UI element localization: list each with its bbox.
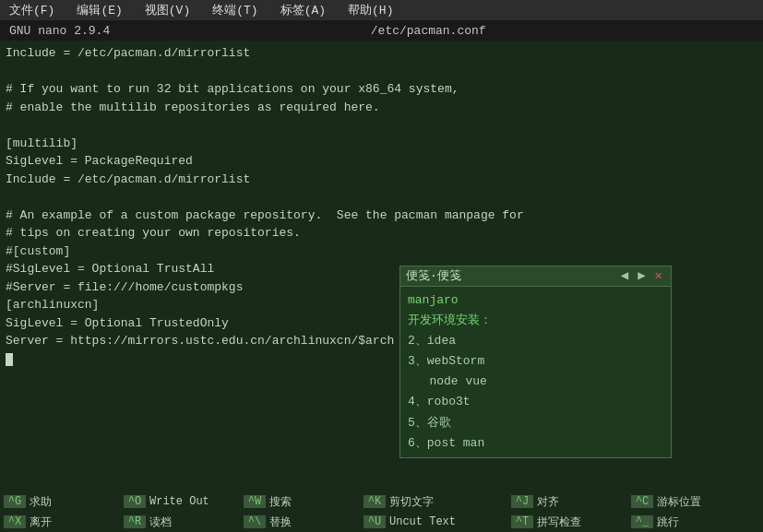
shortcut-help[interactable]: ^G 求助: [4, 494, 124, 510]
shortcut-key-underscore: ^_: [631, 515, 653, 528]
popup-title: 便笺·便笺: [406, 267, 461, 286]
popup-line-3: 2、idea: [408, 331, 663, 351]
menu-terminal[interactable]: 终端(T): [207, 0, 263, 20]
editor-line: # An example of a custom package reposit…: [6, 207, 757, 225]
editor-line: #[custom]: [6, 242, 757, 261]
shortcut-key-x: ^X: [4, 515, 26, 528]
file-path: /etc/pacman.conf: [371, 24, 486, 38]
shortcut-key-c: ^C: [631, 495, 653, 508]
popup-line-7: 5、谷歌: [408, 413, 663, 433]
shortcut-writeout[interactable]: ^O Write Out: [124, 495, 244, 508]
popup-line-2: 开发环境安装：: [408, 311, 663, 331]
popup-line-5: node vue: [408, 372, 663, 392]
shortcut-replace[interactable]: ^\ 替换: [244, 514, 364, 530]
popup-content: manjaro 开发环境安装： 2、idea 3、webStorm node v…: [400, 287, 671, 457]
shortcut-key-u: ^U: [364, 515, 386, 528]
shortcut-label-curpos: 游标位置: [657, 494, 701, 510]
editor-line: # tips on creating your own repositories…: [6, 224, 757, 242]
popup-close-btn[interactable]: ✕: [652, 266, 665, 286]
shortcut-justify[interactable]: ^J 对齐: [511, 494, 631, 510]
popup-line-8: 6、post man: [408, 433, 663, 454]
shortcut-row-2: ^X 离开 ^R 读档 ^\ 替换 ^U Uncut Text ^T 拼写检查 …: [0, 512, 763, 532]
shortcut-label-cut: 剪切文字: [389, 494, 434, 510]
shortcut-curpos[interactable]: ^C 游标位置: [631, 494, 751, 510]
titlebar-right: [746, 24, 754, 38]
shortcut-key-backslash: ^\: [244, 515, 266, 528]
titlebar: GNU nano 2.9.4 /etc/pacman.conf: [0, 20, 763, 41]
editor-line: [multilib]: [6, 135, 757, 153]
popup-panel: 便笺·便笺 ◀ ▶ ✕ manjaro 开发环境安装： 2、idea 3、web…: [399, 266, 672, 458]
shortcut-label-exit: 离开: [30, 514, 52, 530]
shortcut-row-1: ^G 求助 ^O Write Out ^W 搜索 ^K 剪切文字 ^J 对齐 ^…: [0, 491, 763, 512]
editor-line: Include = /etc/pacman.d/mirrorlist: [6, 171, 757, 189]
shortcut-read[interactable]: ^R 读档: [124, 514, 244, 530]
editor-line: [6, 116, 757, 135]
shortcut-key-r: ^R: [124, 515, 146, 528]
popup-nav: ◀ ▶ ✕: [618, 266, 665, 286]
shortcut-key-o: ^O: [124, 495, 146, 508]
editor-line: Include = /etc/pacman.d/mirrorlist: [6, 44, 757, 63]
shortcut-key-w: ^W: [244, 495, 266, 508]
menubar: 文件(F) 编辑(E) 视图(V) 终端(T) 标签(A) 帮助(H): [0, 0, 763, 20]
editor-line: SigLevel = PackageRequired: [6, 152, 757, 171]
popup-prev-btn[interactable]: ◀: [618, 266, 631, 286]
popup-line-4: 3、webStorm: [408, 351, 663, 372]
shortcut-label-search: 搜索: [269, 494, 292, 510]
shortcut-label-replace: 替换: [269, 514, 292, 530]
editor-line: # enable the multilib repositories as re…: [6, 99, 757, 117]
shortcut-uncut[interactable]: ^U Uncut Text: [364, 515, 511, 528]
shortcut-label-writeout: Write Out: [149, 495, 209, 508]
shortcut-label-read: 读档: [149, 514, 172, 530]
shortcut-label-justify: 对齐: [537, 494, 559, 510]
shortcut-key-k: ^K: [364, 495, 386, 508]
shortcut-gotoline[interactable]: ^_ 跳行: [631, 514, 751, 530]
editor[interactable]: Include = /etc/pacman.d/mirrorlist # If …: [0, 41, 763, 491]
shortcut-label-gotoline: 跳行: [657, 514, 679, 530]
shortcut-label-help: 求助: [30, 494, 52, 510]
popup-line-1: manjaro: [408, 290, 663, 311]
popup-line-6: 4、robo3t: [408, 392, 663, 412]
shortcut-search[interactable]: ^W 搜索: [244, 494, 364, 510]
menu-view[interactable]: 视图(V): [139, 0, 196, 20]
editor-line: [6, 188, 757, 207]
menu-edit[interactable]: 编辑(E): [71, 0, 127, 20]
shortcut-key-t: ^T: [511, 515, 533, 528]
editor-line: [6, 63, 757, 81]
popup-header: 便笺·便笺 ◀ ▶ ✕: [400, 266, 671, 287]
shortcut-cut[interactable]: ^K 剪切文字: [364, 494, 511, 510]
shortcut-label-uncut: Uncut Text: [389, 515, 456, 528]
shortcut-spell[interactable]: ^T 拼写检查: [511, 514, 631, 530]
menu-tab[interactable]: 标签(A): [275, 0, 331, 20]
shortcut-label-spell: 拼写检查: [537, 514, 581, 530]
nano-version: GNU nano 2.9.4: [9, 24, 110, 38]
menu-help[interactable]: 帮助(H): [342, 0, 399, 20]
shortcut-key-g: ^G: [4, 495, 26, 508]
menu-file[interactable]: 文件(F): [4, 0, 60, 20]
shortcut-key-j: ^J: [511, 495, 533, 508]
popup-next-btn[interactable]: ▶: [635, 266, 648, 286]
shortcut-bar: ^G 求助 ^O Write Out ^W 搜索 ^K 剪切文字 ^J 对齐 ^…: [0, 491, 763, 532]
shortcut-exit[interactable]: ^X 离开: [4, 514, 124, 530]
editor-line: # If you want to run 32 bit applications…: [6, 80, 757, 99]
